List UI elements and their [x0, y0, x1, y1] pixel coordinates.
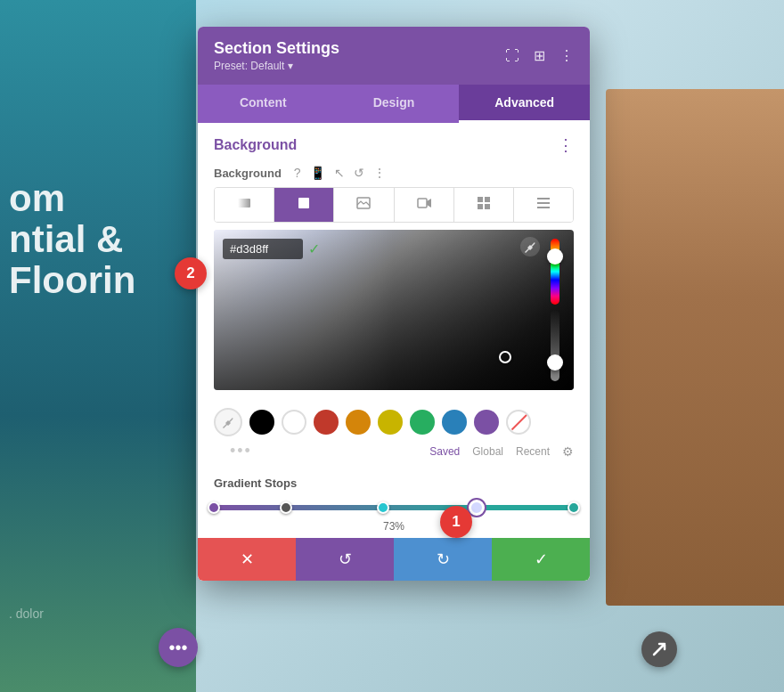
type-tabs	[214, 187, 574, 223]
color-tabs-section: ••• Saved Global Recent ⚙	[198, 440, 590, 468]
more-icon[interactable]: ⋮	[559, 47, 574, 64]
swatch-blue[interactable]	[442, 410, 467, 435]
gradient-pct-label: 73%	[214, 520, 574, 533]
more-swatches-dots: •••	[214, 442, 268, 460]
modal-footer: ✕ ↺ ↻ ✓	[198, 538, 590, 581]
tab-content[interactable]: Content	[198, 85, 329, 123]
opacity-slider-track[interactable]	[551, 310, 559, 381]
section-title: Background	[214, 137, 297, 153]
modal-header-left: Section Settings Preset: Default ▾	[214, 39, 339, 72]
type-tab-mask[interactable]	[514, 188, 573, 222]
color-tab-recent[interactable]: Recent	[516, 445, 550, 458]
svg-rect-8	[537, 198, 550, 199]
swatch-purple[interactable]	[474, 410, 499, 435]
bg-label: Background	[214, 167, 282, 180]
section-kebab-icon[interactable]: ⋮	[558, 135, 574, 155]
modal-preset[interactable]: Preset: Default ▾	[214, 60, 339, 72]
section-settings-modal: Section Settings Preset: Default ▾ ⛶ ⊞ ⋮…	[198, 27, 590, 581]
color-tab-saved[interactable]: Saved	[429, 445, 460, 458]
modal-header-icons: ⛶ ⊞ ⋮	[505, 47, 574, 64]
modal-body: Background ⋮ Background ? 📱 ↖ ↺ ⋮	[198, 123, 590, 581]
gradient-stop-2[interactable]	[377, 501, 389, 514]
hue-slider-thumb[interactable]	[547, 248, 563, 265]
gradient-stop-0[interactable]	[208, 501, 220, 514]
gradient-stop-4[interactable]	[568, 501, 580, 514]
reset-icon[interactable]: ↺	[354, 166, 364, 180]
color-gradient-canvas[interactable]: ✓	[214, 230, 574, 390]
modal-tabs: Content Design Advanced	[198, 85, 590, 123]
swatch-black[interactable]	[249, 410, 274, 435]
type-tab-image[interactable]	[334, 188, 394, 222]
swatches-row	[198, 401, 590, 440]
bottom-fab[interactable]: •••	[159, 628, 198, 667]
left-panel-text: omntial &Floorin	[9, 178, 135, 302]
type-tab-color[interactable]	[274, 188, 334, 222]
svg-rect-0	[238, 199, 250, 208]
gradient-stop-1[interactable]	[280, 501, 292, 514]
modal-title: Section Settings	[214, 39, 339, 58]
gradient-slider-track	[214, 505, 574, 510]
gradient-slider[interactable]	[214, 499, 574, 517]
svg-rect-5	[485, 197, 490, 202]
cursor-icon[interactable]: ↖	[334, 166, 345, 180]
svg-rect-7	[485, 204, 490, 209]
mobile-icon[interactable]: 📱	[310, 166, 325, 180]
hex-confirm-button[interactable]: ✓	[308, 240, 320, 257]
save-button[interactable]: ✓	[492, 538, 590, 581]
cancel-button[interactable]: ✕	[198, 538, 296, 581]
badge-2: 2	[175, 257, 207, 289]
svg-rect-6	[478, 204, 483, 209]
svg-rect-1	[298, 198, 309, 208]
undo-button[interactable]: ↺	[296, 538, 394, 581]
help-icon[interactable]: ?	[294, 166, 301, 180]
svg-rect-4	[478, 197, 483, 202]
svg-rect-9	[537, 202, 550, 204]
right-panel	[606, 89, 784, 606]
gradient-stops-label: Gradient Stops	[214, 476, 574, 490]
hue-slider[interactable]	[547, 239, 563, 381]
eyedropper-button[interactable]	[520, 237, 540, 256]
color-picker-cursor[interactable]	[499, 351, 511, 363]
swatch-white[interactable]	[282, 410, 306, 435]
redo-button[interactable]: ↻	[394, 538, 492, 581]
svg-rect-3	[418, 199, 427, 208]
color-settings-icon[interactable]: ⚙	[562, 444, 574, 459]
type-tab-pattern[interactable]	[454, 188, 514, 222]
columns-icon[interactable]: ⊞	[534, 47, 545, 64]
type-tab-gradient[interactable]	[215, 188, 274, 222]
color-tab-global[interactable]: Global	[472, 445, 503, 458]
type-tab-video[interactable]	[395, 188, 454, 222]
svg-rect-10	[537, 207, 550, 208]
swatch-transparent[interactable]	[506, 410, 531, 435]
swatch-red[interactable]	[314, 410, 339, 435]
bottom-right-tool[interactable]	[641, 631, 677, 667]
gradient-stops-section: Gradient Stops 73%	[198, 468, 590, 538]
modal-header: Section Settings Preset: Default ▾ ⛶ ⊞ ⋮	[198, 27, 590, 85]
tab-design[interactable]: Design	[329, 85, 460, 123]
bottom-fab-icon: •••	[168, 638, 187, 658]
swatch-yellow[interactable]	[378, 410, 403, 435]
hex-input[interactable]	[223, 239, 303, 259]
section-header: Background ⋮	[198, 123, 590, 160]
badge-1: 1	[440, 506, 472, 538]
more-options-icon[interactable]: ⋮	[373, 166, 386, 180]
color-tabs-row: Saved Global Recent ⚙	[429, 444, 574, 459]
hex-input-row: ✓	[223, 239, 320, 259]
opacity-slider-thumb[interactable]	[547, 354, 563, 370]
gradient-stop-3-active[interactable]	[469, 500, 485, 516]
swatch-orange[interactable]	[346, 410, 371, 435]
eyedropper-swatch[interactable]	[214, 408, 242, 436]
swatch-green[interactable]	[410, 410, 435, 435]
left-panel: omntial &Floorin . dolor	[0, 0, 196, 692]
bg-controls-row: Background ? 📱 ↖ ↺ ⋮	[198, 160, 590, 187]
left-panel-sub: . dolor	[9, 607, 44, 621]
fullscreen-icon[interactable]: ⛶	[505, 48, 519, 64]
hue-slider-track[interactable]	[551, 239, 559, 305]
tab-advanced[interactable]: Advanced	[459, 85, 590, 123]
resize-icon	[650, 640, 668, 658]
color-picker-area: ✓	[214, 230, 574, 390]
